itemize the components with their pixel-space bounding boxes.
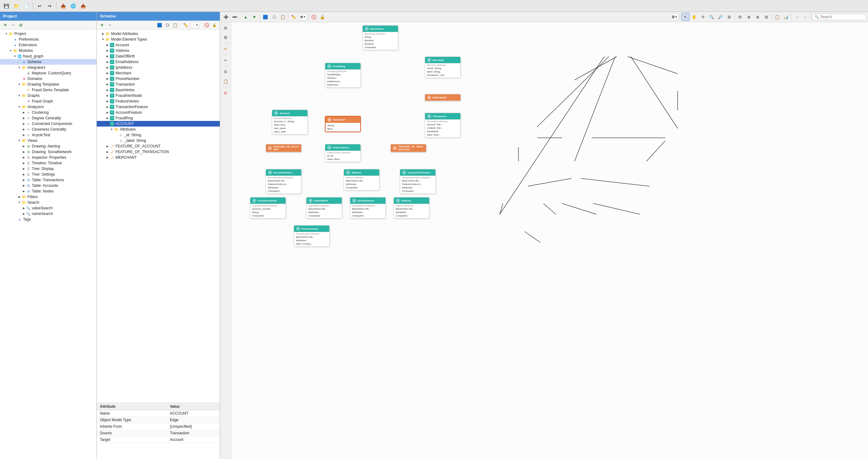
schema-item-transaction[interactable]: TTransaction (97, 82, 220, 87)
diagram-node-Transaction[interactable]: T Transaction Transaction Attributes amo… (425, 113, 461, 138)
tree-arrow-closed[interactable] (105, 71, 109, 75)
schema-item-account_edge[interactable]: TACCOUNT (97, 121, 220, 126)
diagram-prop-icon-button[interactable]: 📋 (279, 13, 287, 21)
tree-arrow-open[interactable] (18, 201, 21, 204)
tree-arrow-closed[interactable] (105, 66, 109, 69)
schema-more-button[interactable]: ⋮▾ (191, 22, 199, 28)
schema-item-feature_of_transaction[interactable]: ⤢FEATURE_OF_TRANSACTION (97, 149, 220, 155)
diagram-mode-dropdown[interactable]: ⊕▾ (299, 14, 307, 20)
tree-arrow-open[interactable] (18, 94, 21, 97)
schema-item-merchant[interactable]: TMerchant (97, 70, 220, 76)
diagram-node-Merchant[interactable]: T Merchant Merchant Attributes name: Str… (425, 57, 461, 78)
schema-item-accountfeature[interactable]: TAccountFeature (97, 110, 220, 115)
diagram-node-PhoneNumber[interactable]: T PhoneNumber PhoneNumber Attributes Bas… (294, 225, 330, 247)
schema-item-fraudring[interactable]: TFraudRing (97, 115, 220, 121)
undo-button[interactable]: ↩ (35, 2, 44, 10)
refresh-button[interactable]: 🌐 (69, 2, 78, 10)
diagram-canvas[interactable]: T BaseVertex BaseVertex Attributes Strin… (231, 22, 868, 459)
open-button[interactable]: 📁 (12, 2, 21, 10)
schema-add-button[interactable]: + (99, 22, 105, 28)
tree-arrow-closed[interactable] (105, 60, 109, 64)
diagram-edit-icon-button[interactable]: ✏️ (290, 13, 298, 21)
schema-item-featurevertex[interactable]: TFeatureVertex (97, 98, 220, 104)
schema-item-dateofbirth[interactable]: TDateOfBirth (97, 53, 220, 59)
diagram-arrow-right-tool[interactable]: → (793, 13, 801, 21)
diagram-add-button[interactable]: ➕ (222, 13, 230, 21)
project-item-table_accounts[interactable]: ⊟Table: Accounts (0, 183, 96, 189)
diagram-node-AccountFeature[interactable]: T AccountFeature AccountFeature Attribut… (266, 169, 302, 194)
project-item-acyclic_test[interactable]: ≡AcyclicTest (0, 132, 96, 138)
diagram-down-button[interactable]: ▼ (250, 13, 258, 21)
project-item-drawing_social[interactable]: ⊞Drawing: SocialNetwork (0, 149, 96, 155)
schema-item-fraudalertnode[interactable]: TFraudAlertNode (97, 93, 220, 98)
diagram-hand-tool[interactable]: ✋ (690, 13, 698, 21)
diagram-spread-tool[interactable]: ⊞ (762, 13, 770, 21)
diagram-node-FeatureVertex[interactable]: T FeatureVertex FeatureVertex Attributes… (325, 144, 361, 162)
tree-arrow-closed[interactable] (105, 144, 109, 148)
project-item-analyzers[interactable]: 📁Analyzers (0, 104, 96, 110)
tree-arrow-closed[interactable] (105, 54, 109, 58)
project-item-fraud_graph2[interactable]: ✦Fraud Graph (0, 98, 96, 104)
save-button[interactable]: 💾 (2, 2, 10, 10)
tree-arrow-closed[interactable] (22, 122, 26, 125)
diagram-node-AddressNode[interactable]: T Address Address Attributes BaseVertex … (394, 197, 430, 219)
side-tool-scissors[interactable]: ✂ (221, 56, 230, 65)
diagram-arrow-left-tool[interactable]: ← (802, 13, 810, 21)
diagram-zoom-in-tool[interactable]: 🔍 (708, 13, 716, 21)
schema-item-feature_of_account[interactable]: ⤢FEATURE_OF_ACCOUNT (97, 143, 220, 149)
tree-arrow-open[interactable] (18, 105, 21, 109)
project-item-fraud_graph[interactable]: 🌐fraud_graph (0, 53, 96, 59)
tree-arrow-closed[interactable] (22, 155, 26, 160)
diagram-del-button[interactable]: 🚫 (310, 13, 318, 21)
project-item-fraud_demo[interactable]: ☀Fraud Demo Template (0, 87, 96, 93)
side-tool-1[interactable]: ⊞ (221, 23, 230, 32)
diagram-select-tool[interactable]: ↖ (681, 13, 689, 21)
tree-arrow-closed[interactable] (18, 195, 21, 199)
project-item-views[interactable]: 📁Views (0, 138, 96, 143)
tree-arrow-closed[interactable] (22, 144, 26, 148)
side-tool-2[interactable]: ⊠ (221, 33, 230, 41)
tree-arrow-closed[interactable] (105, 43, 109, 47)
schema-delete-button[interactable]: 🚫 (203, 22, 210, 28)
refresh-item-button[interactable]: ⊕ (18, 22, 24, 28)
project-item-degree_centrality[interactable]: ≡Degree Centrality (0, 115, 96, 121)
tree-arrow-closed[interactable] (22, 167, 26, 171)
diagram-node-Address[interactable]: T Address Address Attributes BaseVertex … (344, 169, 379, 191)
project-item-inspector_properties[interactable]: ☰Inspector: Properties (0, 155, 96, 160)
diagram-move-tool[interactable]: ✛ (699, 13, 707, 21)
schema-item-emailaddress[interactable]: TEmailAddress (97, 59, 220, 65)
tree-arrow-closed[interactable] (22, 184, 26, 188)
schema-item-address[interactable]: TAddress (97, 48, 220, 53)
diagram-layout-tool[interactable]: ⚙ (736, 13, 744, 21)
schema-item-transactionfeature[interactable]: TTransactionFeature (97, 104, 220, 110)
schema-item-basevertex[interactable]: TBaseVertex (97, 87, 220, 93)
remove-item-button[interactable]: − (10, 22, 17, 28)
diagram-node-MERCHANT[interactable]: E MERCHANT (425, 94, 461, 101)
side-tool-pencil[interactable]: ✏ (221, 45, 230, 53)
tree-arrow-closed[interactable] (22, 189, 26, 193)
project-item-extensions[interactable]: ●Extensions (0, 42, 96, 48)
tree-arrow-closed[interactable] (105, 155, 109, 160)
diagram-node-ACCOUNT[interactable]: E ACCOUNT StringBina (325, 116, 361, 132)
schema-panel-lock-button[interactable]: 🔒 (211, 22, 218, 28)
project-item-closeness_centrality[interactable]: ≡Closeness Centrality (0, 126, 96, 132)
tree-arrow-closed[interactable] (22, 133, 26, 137)
diagram-node-FEATURE_OF_TRAN[interactable]: E FEATURE_OF_TRAN SACTION (391, 144, 426, 152)
tree-arrow-closed[interactable] (105, 150, 109, 154)
tree-arrow-closed[interactable] (22, 116, 26, 120)
diagram-node-Account[interactable]: T Account Account Attributes account_n..… (272, 110, 308, 135)
tree-arrow-closed[interactable] (105, 105, 109, 109)
tree-arrow-open[interactable] (110, 127, 114, 131)
project-item-connected_components[interactable]: ≡Connected Components (0, 121, 96, 126)
project-item-modules[interactable]: 📁Modules (0, 48, 96, 53)
diagram-node-BaseVertex[interactable]: T BaseVertex BaseVertex Attributes Strin… (362, 25, 398, 50)
schema-remove-button[interactable]: − (106, 22, 113, 28)
schema-item-account[interactable]: TAccount (97, 42, 220, 48)
diagram-vertex-icon-button[interactable]: 🟦 (261, 13, 269, 21)
tree-arrow-closed[interactable] (22, 212, 26, 216)
project-item-timeline[interactable]: ☰Timeline: Timeline (0, 160, 96, 166)
redo-button[interactable]: ↪ (45, 2, 54, 10)
schema-item-model_attrs[interactable]: 📁Model Attributes (97, 31, 220, 36)
tree-arrow-closed[interactable] (22, 127, 26, 131)
project-item-drawing_templates[interactable]: 📁Drawing Templates (0, 82, 96, 87)
